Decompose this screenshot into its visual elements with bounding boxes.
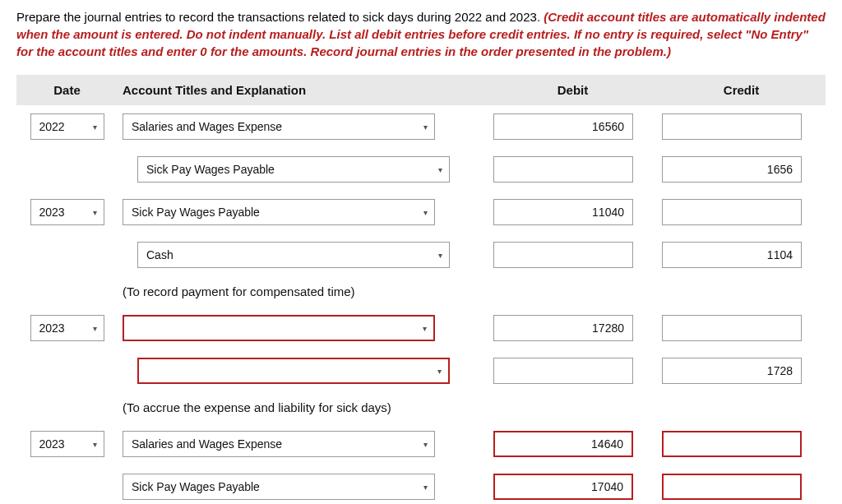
- header-date: Date: [16, 75, 118, 105]
- chevron-down-icon: ▾: [423, 123, 428, 132]
- account-value: Sick Pay Wages Payable: [132, 480, 260, 493]
- chevron-down-icon: ▾: [93, 208, 97, 217]
- account-select[interactable]: Salaries and Wages Expense▾: [123, 431, 435, 457]
- table-row: (To record payment for compensated time): [16, 276, 826, 307]
- debit-input[interactable]: [493, 156, 633, 183]
- chevron-down-icon: ▾: [93, 440, 97, 449]
- account-select[interactable]: Sick Pay Wages Payable▾: [137, 156, 450, 183]
- chevron-down-icon: ▾: [423, 324, 427, 333]
- table-row: 2023▾▾17280: [16, 307, 826, 349]
- account-value: Sick Pay Wages Payable: [146, 163, 275, 176]
- date-select[interactable]: 2023▾: [30, 199, 104, 225]
- account-select[interactable]: ▾: [123, 315, 435, 341]
- header-row: Date Account Titles and Explanation Debi…: [16, 75, 826, 105]
- date-value: 2023: [39, 437, 65, 451]
- debit-input[interactable]: [493, 242, 633, 268]
- table-row: (To accrue the expense and liability for…: [16, 392, 826, 423]
- debit-input[interactable]: 17280: [493, 315, 633, 341]
- credit-input[interactable]: [662, 474, 802, 500]
- chevron-down-icon: ▾: [423, 483, 428, 492]
- debit-input[interactable]: 14640: [493, 431, 633, 457]
- account-select[interactable]: Salaries and Wages Expense▾: [123, 113, 435, 140]
- credit-input[interactable]: [662, 113, 802, 140]
- credit-input[interactable]: 1656: [662, 156, 802, 183]
- table-row: Sick Pay Wages Payable▾17040: [16, 465, 826, 504]
- header-account: Account Titles and Explanation: [118, 75, 488, 105]
- chevron-down-icon: ▾: [423, 440, 428, 449]
- explanation-text: (To accrue the expense and liability for…: [118, 392, 488, 423]
- chevron-down-icon: ▾: [93, 324, 97, 333]
- credit-input[interactable]: 1104: [662, 242, 802, 268]
- chevron-down-icon: ▾: [423, 208, 428, 217]
- table-row: ▾1728: [16, 349, 826, 392]
- account-select[interactable]: Sick Pay Wages Payable▾: [123, 199, 435, 225]
- account-value: Cash: [146, 248, 173, 261]
- chevron-down-icon: ▾: [437, 367, 442, 376]
- credit-input[interactable]: 1728: [662, 358, 802, 384]
- table-row: 2022▾Salaries and Wages Expense▾16560: [16, 105, 826, 148]
- explanation-text: (To record payment for compensated time): [118, 276, 488, 307]
- table-row: 2023▾Sick Pay Wages Payable▾11040: [16, 191, 826, 234]
- account-value: Salaries and Wages Expense: [132, 437, 282, 451]
- chevron-down-icon: ▾: [438, 251, 442, 260]
- account-value: Salaries and Wages Expense: [132, 120, 282, 133]
- table-row: 2023▾Salaries and Wages Expense▾14640: [16, 423, 826, 465]
- debit-input[interactable]: 11040: [493, 199, 633, 225]
- account-select[interactable]: Sick Pay Wages Payable▾: [123, 474, 435, 500]
- table-row: Sick Pay Wages Payable▾1656: [16, 148, 826, 191]
- date-select[interactable]: 2023▾: [30, 431, 104, 457]
- debit-input[interactable]: 17040: [493, 474, 633, 500]
- chevron-down-icon: ▾: [93, 123, 97, 132]
- instructions: Prepare the journal entries to record th…: [16, 8, 826, 60]
- credit-input[interactable]: [662, 315, 802, 341]
- chevron-down-icon: ▾: [438, 165, 442, 174]
- account-select[interactable]: ▾: [137, 358, 450, 384]
- journal-table: Date Account Titles and Explanation Debi…: [16, 75, 826, 504]
- debit-input[interactable]: [493, 358, 633, 384]
- account-value: Sick Pay Wages Payable: [132, 206, 260, 219]
- date-select[interactable]: 2023▾: [30, 315, 104, 341]
- header-debit: Debit: [488, 75, 657, 105]
- date-select[interactable]: 2022▾: [30, 113, 104, 140]
- header-credit: Credit: [657, 75, 826, 105]
- instructions-plain: Prepare the journal entries to record th…: [16, 10, 544, 24]
- credit-input[interactable]: [662, 199, 802, 225]
- credit-input[interactable]: [662, 431, 802, 457]
- table-row: Cash▾1104: [16, 234, 826, 276]
- date-value: 2023: [39, 206, 65, 219]
- date-value: 2022: [39, 120, 65, 133]
- date-value: 2023: [39, 321, 65, 335]
- debit-input[interactable]: 16560: [493, 113, 633, 140]
- account-select[interactable]: Cash▾: [137, 242, 450, 268]
